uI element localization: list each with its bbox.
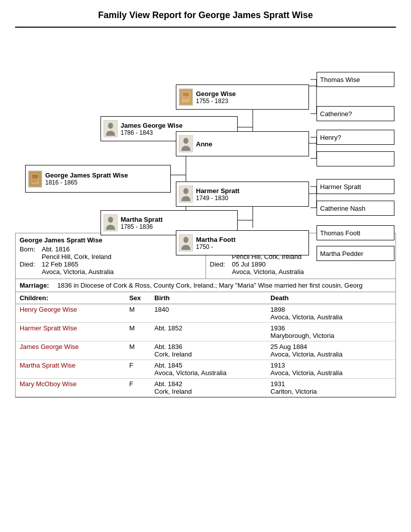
mat-gm-name: Martha Foott [196, 236, 236, 243]
father-icon [104, 120, 118, 137]
subject-dates: 1816 - 1865 [45, 179, 128, 186]
subject-died-place: Avoca, Victoria, Australia [42, 268, 201, 276]
child-death-cell: 25 Aug 1884 Avoca, Victoria, Australia [266, 341, 395, 360]
gg7-name: Thomas Foott [320, 229, 360, 237]
gg8-box: Martha Pedder [317, 246, 394, 261]
gg3-name: Henry? [320, 134, 341, 141]
subject-col-name: George James Spratt Wise [20, 236, 201, 244]
pat-gf-name: George Wise [196, 90, 236, 98]
pat-gf-dates: 1755 - 1823 [196, 98, 236, 105]
mat-gm-icon [179, 234, 193, 251]
gg5-name: Harmer Spratt [320, 183, 361, 191]
subject-died-date: 12 Feb 1865 [42, 260, 201, 268]
subject-died-label: Died: [20, 260, 38, 268]
pat-gm-name: Anne [196, 140, 213, 148]
gg8-name: Martha Pedder [320, 250, 363, 257]
child-name-cell[interactable]: Harmer Spratt Wise [16, 323, 125, 341]
gg3-box: Henry? [317, 130, 394, 145]
gg4-box [317, 151, 394, 166]
father-info: James George Wise 1786 - 1843 [121, 122, 182, 136]
spouse-died-place-spacer [210, 268, 228, 276]
tree-container: George James Spratt Wise 1816 - 1865 Jam… [15, 32, 397, 228]
child-name-link[interactable]: Mary McOboy Wise [20, 380, 76, 388]
col-header-sex: Sex [125, 292, 150, 304]
child-name-link[interactable]: James George Wise [20, 343, 79, 350]
spouse-died-place: Avoca, Victoria, Australia [232, 268, 392, 276]
marriage-text: 1836 in Diocese of Cork & Ross, County C… [57, 282, 362, 289]
child-sex-cell: F [125, 379, 150, 397]
child-sex-cell: F [125, 360, 150, 379]
pat-gm-icon [179, 135, 193, 152]
pat-gf-icon [179, 88, 193, 106]
child-name-cell[interactable]: Mary McOboy Wise [16, 379, 125, 397]
gg2-box: Catherine? [317, 106, 394, 121]
mother-icon [104, 214, 118, 231]
child-death-cell: 1913 Avoca, Victoria, Australia [266, 360, 395, 379]
table-row: Harmer Spratt WiseMAbt. 18521936 Marybor… [16, 323, 395, 341]
child-name-link[interactable]: Martha Spratt Wise [20, 362, 75, 369]
child-name-link[interactable]: Henry George Wise [20, 306, 77, 313]
svg-rect-38 [183, 98, 189, 99]
svg-point-40 [183, 188, 188, 194]
gg5-box: Harmer Spratt [317, 179, 394, 194]
mat-gf-dates: 1749 - 1830 [196, 195, 240, 202]
mat-gm-box: Martha Foott 1750 - [176, 230, 309, 255]
marriage-row: Marriage: 1836 in Diocese of Cork & Ross… [16, 279, 395, 292]
gg1-name: Thomas Wise [320, 76, 360, 83]
spouse-died-place-row: Avoca, Victoria, Australia [210, 268, 392, 276]
mother-dates: 1785 - 1836 [121, 223, 163, 230]
gg6-box: Catherine Nash [317, 201, 394, 216]
father-dates: 1786 - 1843 [121, 129, 182, 136]
table-row: Mary McOboy WiseFAbt. 1842 Cork, Ireland… [16, 379, 395, 397]
subject-died-place-spacer [20, 268, 38, 276]
children-table: Children: Sex Birth Death Henry George W… [16, 292, 395, 397]
subject-born-row: Born: Abt. 1816 [20, 245, 201, 253]
subject-died-place-row: Avoca, Victoria, Australia [20, 268, 201, 276]
child-death-cell: 1898 Avoca, Victoria, Australia [266, 304, 395, 323]
child-name-cell[interactable]: Henry George Wise [16, 304, 125, 323]
subject-box: George James Spratt Wise 1816 - 1865 [25, 165, 171, 193]
spouse-died-date: 05 Jul 1890 [232, 260, 392, 268]
mother-info: Martha Spratt 1785 - 1836 [121, 216, 163, 230]
child-birth-cell: Abt. 1845 Avoca, Victoria, Australia [150, 360, 266, 379]
child-birth-cell: Abt. 1836 Cork, Ireland [150, 341, 266, 360]
children-header-row: Children: Sex Birth Death [16, 292, 395, 304]
child-death-cell: 1936 Maryborough, Victoria [266, 323, 395, 341]
subject-name: George James Spratt Wise [45, 171, 128, 179]
gg1-box: Thomas Wise [317, 72, 394, 87]
child-sex-cell: M [125, 304, 150, 323]
mat-gf-info: Harmer Spratt 1749 - 1830 [196, 187, 240, 202]
child-birth-cell: Abt. 1842 Cork, Ireland [150, 379, 266, 397]
mat-gm-info: Martha Foott 1750 - [196, 236, 236, 250]
child-sex-cell: M [125, 341, 150, 360]
svg-rect-37 [183, 93, 189, 97]
subject-born-label: Born: [20, 245, 38, 253]
child-name-cell[interactable]: James George Wise [16, 341, 125, 360]
mat-gf-box: Harmer Spratt 1749 - 1830 [176, 182, 309, 207]
svg-rect-30 [32, 174, 38, 179]
marriage-label: Marriage: [20, 282, 52, 289]
child-birth-cell: 1840 [150, 304, 266, 323]
tree-section: George James Spratt Wise 1816 - 1865 Jam… [15, 32, 396, 228]
mat-gf-icon [179, 186, 193, 203]
gg6-name: Catherine Nash [320, 205, 365, 212]
svg-point-33 [108, 123, 113, 129]
child-name-link[interactable]: Harmer Spratt Wise [20, 324, 77, 332]
col-header-children: Children: [16, 292, 125, 304]
subject-icon [28, 170, 42, 188]
spouse-died-row: Died: 05 Jul 1890 [210, 260, 392, 268]
svg-rect-31 [32, 180, 38, 181]
subject-died-row: Died: 12 Feb 1865 [20, 260, 201, 268]
svg-point-41 [183, 237, 188, 243]
col-header-death: Death [266, 292, 395, 304]
col-header-birth: Birth [150, 292, 266, 304]
gg7-box: Thomas Foott [317, 225, 394, 240]
child-birth-cell: Abt. 1852 [150, 323, 266, 341]
pat-gm-info: Anne [196, 140, 213, 148]
child-sex-cell: M [125, 323, 150, 341]
child-death-cell: 1931 Carlton, Victoria [266, 379, 395, 397]
mat-gm-dates: 1750 - [196, 243, 236, 250]
page-title: Family View Report for George James Spra… [15, 10, 396, 21]
child-name-cell[interactable]: Martha Spratt Wise [16, 360, 125, 379]
svg-rect-32 [32, 181, 36, 182]
